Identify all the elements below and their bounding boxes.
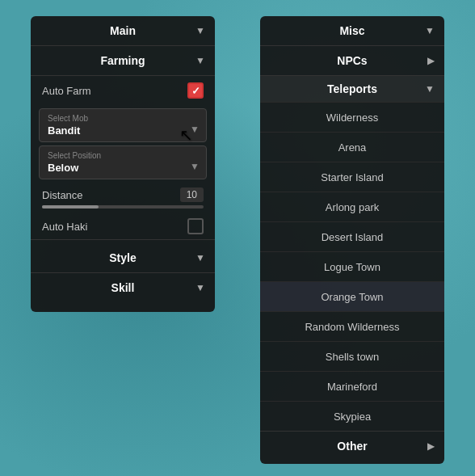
misc-chevron-icon: ▼ [425, 25, 435, 36]
misc-header[interactable]: Misc ▼ [260, 16, 444, 45]
select-position-label: Select Position [48, 151, 198, 160]
distance-slider-track [42, 205, 204, 209]
location-orange-town[interactable]: Orange Town [260, 281, 444, 311]
select-position-chevron-icon: ▼ [190, 161, 200, 172]
location-arlong-park-text: Arlong park [326, 201, 379, 213]
select-mob-box[interactable]: Select Mob Bandit ▼ [39, 108, 207, 142]
auto-haki-row: Auto Haki [31, 213, 215, 239]
npcs-header[interactable]: NPCs ▶ [260, 46, 444, 75]
location-desert-island[interactable]: Desert Island [260, 221, 444, 251]
location-skypiea-text: Skypiea [334, 411, 371, 423]
auto-haki-label: Auto Haki [42, 221, 87, 233]
location-marineford[interactable]: Marineford [260, 371, 444, 401]
select-position-box[interactable]: Select Position Below ▼ [39, 145, 207, 179]
style-row[interactable]: Style ▼ [31, 243, 215, 272]
other-chevron-icon: ▶ [427, 440, 435, 452]
main-label: Main [110, 24, 136, 37]
style-label: Style [109, 251, 136, 264]
select-mob-label: Select Mob [48, 114, 198, 123]
farming-label: Farming [100, 54, 145, 67]
misc-label: Misc [339, 24, 364, 37]
location-random-wilderness-text: Random Wilderness [305, 321, 399, 333]
auto-farm-label: Auto Farm [42, 85, 91, 97]
location-marineford-text: Marineford [327, 381, 377, 393]
location-starter-island[interactable]: Starter Island [260, 162, 444, 192]
auto-haki-checkbox[interactable] [187, 218, 204, 234]
other-label: Other [337, 440, 367, 453]
location-skypiea[interactable]: Skypiea [260, 401, 444, 431]
location-shells-town-text: Shells town [326, 351, 379, 363]
distance-value: 10 [180, 187, 204, 202]
location-arena[interactable]: Arena [260, 132, 444, 162]
farming-row[interactable]: Farming ▼ [31, 46, 215, 75]
auto-farm-checkbox[interactable] [187, 82, 204, 99]
distance-label: Distance [42, 189, 83, 201]
location-wilderness[interactable]: Wilderness [260, 102, 444, 132]
main-row[interactable]: Main ▼ [31, 16, 215, 45]
skill-row[interactable]: Skill ▼ [31, 273, 215, 302]
distance-row: Distance 10 [31, 183, 215, 204]
location-arena-text: Arena [338, 141, 367, 154]
location-random-wilderness[interactable]: Random Wilderness [260, 311, 444, 341]
farming-chevron-icon: ▼ [195, 55, 205, 66]
distance-slider-container[interactable] [31, 204, 215, 213]
location-starter-island-text: Starter Island [321, 171, 383, 183]
left-panel: Main ▼ Farming ▼ Auto Farm Select Mob Ba… [31, 16, 215, 312]
location-logue-town-text: Logue Town [324, 261, 380, 273]
location-shells-town[interactable]: Shells town [260, 341, 444, 371]
distance-slider-fill [42, 205, 99, 209]
npcs-label: NPCs [337, 54, 367, 67]
select-position-value: Below [48, 162, 198, 174]
teleports-label: Teleports [327, 82, 377, 95]
location-wilderness-text: Wilderness [326, 112, 378, 124]
other-header[interactable]: Other ▶ [260, 432, 444, 461]
npcs-chevron-icon: ▶ [427, 55, 435, 66]
right-panel: Misc ▼ NPCs ▶ Teleports ▼ Wilderness Are… [260, 16, 444, 464]
location-arlong-park[interactable]: Arlong park [260, 192, 444, 221]
teleports-chevron-icon: ▼ [425, 83, 435, 95]
auto-farm-row: Auto Farm [31, 76, 215, 105]
style-chevron-icon: ▼ [195, 252, 205, 263]
select-mob-value: Bandit [48, 124, 198, 137]
location-orange-town-text: Orange Town [321, 291, 383, 303]
skill-label: Skill [111, 281, 135, 294]
select-mob-chevron-icon: ▼ [190, 124, 200, 135]
skill-chevron-icon: ▼ [195, 282, 205, 293]
teleports-header[interactable]: Teleports ▼ [260, 76, 444, 102]
location-desert-island-text: Desert Island [322, 231, 384, 243]
main-chevron-icon: ▼ [195, 25, 205, 36]
location-logue-town[interactable]: Logue Town [260, 251, 444, 281]
